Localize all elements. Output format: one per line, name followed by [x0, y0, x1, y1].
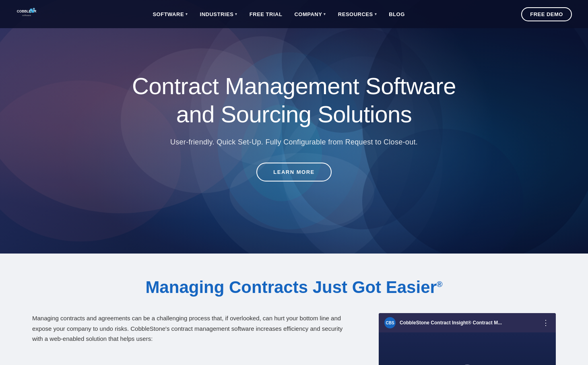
nav-item-resources[interactable]: RESOURCES ▾ [338, 11, 377, 17]
svg-point-5 [34, 10, 36, 12]
free-demo-button[interactable]: FREE DEMO [521, 7, 572, 21]
section-body: Managing contracts and agreements can be… [32, 313, 556, 365]
nav-item-software[interactable]: SOFTWARE ▾ [153, 11, 188, 17]
chevron-down-icon: ▾ [375, 12, 377, 16]
svg-point-4 [32, 10, 34, 13]
chevron-down-icon: ▾ [324, 12, 326, 16]
video-embed[interactable]: CBS CobbleStone Contract Insight® Contra… [379, 313, 556, 365]
navbar: COBBLESTONE software SOFTWARE ▾ INDUSTRI… [0, 0, 588, 28]
nav-label-resources: RESOURCES [338, 11, 373, 17]
svg-text:software: software [22, 14, 31, 16]
hero-subtitle: User-friendly. Quick Set-Up. Fully Confi… [121, 138, 467, 146]
nav-label-industries: INDUSTRIES [200, 11, 234, 17]
nav-label-company: COMPANY [294, 11, 322, 17]
chevron-down-icon: ▾ [235, 12, 237, 16]
logo[interactable]: COBBLESTONE software [16, 6, 36, 22]
logo-icon: COBBLESTONE software [16, 6, 36, 22]
nav-label-free-trial: FREE TRIAL [250, 11, 283, 17]
hero-title: Contract Management Software and Sourcin… [121, 72, 467, 128]
learn-more-button[interactable]: LEARN MORE [256, 163, 331, 181]
hero-content: Contract Management Software and Sourcin… [113, 72, 475, 181]
svg-point-6 [29, 11, 31, 13]
nav-item-company[interactable]: COMPANY ▾ [294, 11, 326, 17]
hero-section: Contract Management Software and Sourcin… [0, 0, 588, 254]
section-text: Managing contracts and agreements can be… [32, 313, 355, 344]
svg-point-3 [33, 8, 35, 10]
nav-label-software: SOFTWARE [153, 11, 184, 17]
main-section: Managing Contracts Just Got Easier® Mana… [0, 254, 588, 365]
video-options-icon[interactable]: ⋮ [542, 318, 550, 327]
nav-item-blog[interactable]: BLOG [389, 11, 405, 17]
video-title: CobbleStone Contract Insight® Contract M… [400, 320, 538, 326]
nav-item-industries[interactable]: INDUSTRIES ▾ [200, 11, 237, 17]
video-body [379, 332, 556, 365]
chevron-down-icon: ▾ [186, 12, 188, 16]
nav-item-free-trial[interactable]: FREE TRIAL [250, 11, 283, 17]
video-header: CBS CobbleStone Contract Insight® Contra… [379, 313, 556, 332]
nav-label-blog: BLOG [389, 11, 405, 17]
video-channel-icon: CBS [384, 317, 396, 328]
nav-links: SOFTWARE ▾ INDUSTRIES ▾ FREE TRIAL COMPA… [153, 11, 404, 17]
section-heading: Managing Contracts Just Got Easier® [32, 278, 556, 297]
